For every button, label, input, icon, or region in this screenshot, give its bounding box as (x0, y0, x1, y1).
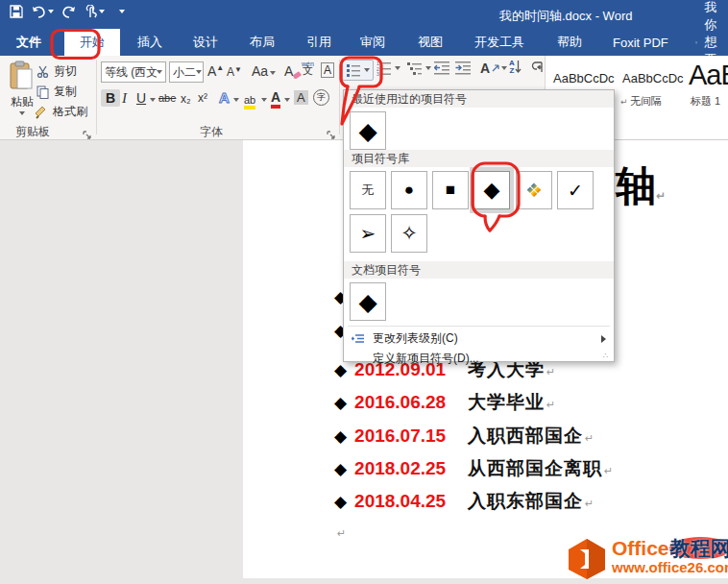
font-color-dropdown-icon[interactable] (284, 98, 290, 102)
document-bullet-tile[interactable]: ◆ (350, 282, 386, 321)
document-title: 我的时间轴.docx - Word (499, 8, 632, 25)
font-name-value: 等线 (西文正 (105, 64, 157, 81)
phonetic-guide-button[interactable]: wén文 (302, 61, 314, 75)
tab-insert[interactable]: 插入 (126, 29, 174, 56)
touch-mode-icon (85, 5, 97, 18)
bullet-tile-circle[interactable]: ● (391, 171, 427, 209)
tell-me-search[interactable]: 告诉我你想要做什么 (684, 29, 728, 56)
numbering-button[interactable]: 1 2 3 (376, 61, 400, 76)
style-heading1[interactable]: AaB (689, 60, 728, 91)
bullet-tile-color-diamond[interactable]: ❖ (516, 171, 552, 209)
touch-mode-button[interactable] (85, 5, 105, 18)
grow-font-button[interactable]: A▲ (207, 63, 224, 79)
tab-review[interactable]: 审阅 (349, 29, 397, 56)
bullet-tile-star[interactable]: ✧ (391, 214, 427, 253)
tab-foxit-pdf[interactable]: Foxit PDF (601, 29, 680, 56)
bullet-tile-arrowhead[interactable]: ➢ (350, 214, 386, 253)
bullet-tile-check[interactable]: ✓ (557, 171, 594, 209)
paste-button[interactable] (10, 61, 34, 94)
clipboard-dialog-launcher-icon[interactable] (83, 127, 92, 144)
cut-button[interactable]: 剪切 (36, 63, 77, 80)
bold-button[interactable]: B (101, 89, 120, 107)
paste-icon (10, 61, 34, 90)
document-bullets-header: 文档项目符号 (344, 261, 614, 279)
watermark-brand: Office教程网 (612, 538, 728, 559)
tab-design[interactable]: 设计 (182, 29, 230, 56)
underline-button[interactable]: U (136, 90, 146, 106)
tab-file[interactable]: 文件 (3, 29, 55, 56)
show-marks-button[interactable] (530, 61, 545, 79)
bullet-tile-diamond-selected[interactable]: ◆ (473, 171, 510, 209)
multilevel-list-button[interactable] (407, 61, 431, 76)
highlight-dropdown-icon[interactable] (261, 98, 267, 102)
redo-button[interactable] (62, 6, 76, 18)
highlight-button[interactable]: ab (244, 90, 255, 108)
increase-indent-icon (455, 61, 472, 75)
numbering-dropdown-icon[interactable] (395, 66, 400, 70)
touch-mode-dropdown-icon[interactable] (99, 10, 105, 13)
format-painter-button[interactable]: 格式刷 (35, 104, 87, 120)
italic-button[interactable]: I (122, 90, 127, 107)
row-date: 2016.06.28 (354, 392, 468, 413)
character-border-button[interactable]: A (321, 62, 334, 78)
change-list-level-icon (344, 333, 373, 344)
customize-qat-icon[interactable] (119, 10, 125, 13)
list-bullet: ◆ (334, 459, 347, 479)
timeline-row[interactable]: ◆ 2018.04.25 入职东部国企 ↵ (334, 489, 594, 514)
bullets-button[interactable] (342, 60, 374, 81)
save-icon[interactable] (10, 5, 23, 18)
strikethrough-button[interactable]: abe (158, 92, 176, 104)
style-no-spacing[interactable]: AaBbCcDc (622, 71, 684, 85)
timeline-row[interactable]: ◆ 2016.07.15 入职西部国企 ↵ (334, 424, 594, 449)
text-effects-button[interactable]: A (219, 89, 230, 106)
change-list-level-item[interactable]: 更改列表级别(C) (344, 328, 614, 349)
row-text: 入职东部国企 (468, 489, 583, 514)
recent-bullets-header: 最近使用过的项目符号 (344, 90, 614, 108)
tab-references[interactable]: 引用 (295, 29, 343, 56)
tab-view[interactable]: 视图 (406, 29, 454, 56)
paragraph-mark-icon (530, 61, 545, 75)
timeline-row[interactable]: ◆ 2018.02.25 从西部国企离职 ↵ (334, 456, 613, 481)
style-heading1-label: 标题 1 (691, 94, 720, 109)
asian-layout-button[interactable]: A (480, 61, 507, 76)
bullet-library-header: 项目符号库 (344, 150, 614, 167)
bullet-tile-none[interactable]: 无 (350, 171, 386, 209)
font-name-combo[interactable]: 等线 (西文正 (101, 61, 166, 83)
font-size-combo[interactable]: 小二 (169, 61, 204, 83)
tab-home[interactable]: 开始 (64, 29, 120, 56)
superscript-button[interactable]: x² (198, 91, 207, 105)
tab-help[interactable]: 帮助 (546, 29, 594, 56)
change-case-button[interactable]: Aa (252, 63, 276, 79)
decrease-indent-button[interactable] (434, 61, 450, 75)
font-color-button[interactable]: A (271, 89, 280, 109)
menu-resize-grip[interactable]: ∴ (603, 352, 609, 360)
tab-developer[interactable]: 开发工具 (463, 29, 536, 56)
text-effects-dropdown-icon[interactable] (233, 98, 239, 102)
copy-button[interactable]: 复制 (36, 84, 77, 100)
paste-label[interactable]: 粘贴 (8, 94, 36, 110)
undo-button[interactable] (32, 6, 54, 18)
undo-dropdown-icon[interactable] (48, 10, 54, 13)
bullet-library-menu: 最近使用过的项目符号 ◆ 项目符号库 无 ● ■ ◆ ❖ ✓ ➢ ✧ 文档项目符… (343, 89, 615, 362)
asian-layout-arrows-icon (492, 64, 499, 72)
bullets-dropdown-icon[interactable] (364, 68, 370, 72)
clear-formatting-button[interactable]: A (284, 63, 302, 79)
bullet-tile-square[interactable]: ■ (432, 171, 469, 209)
recent-bullet-tile[interactable]: ◆ (350, 111, 386, 150)
multilevel-dropdown-icon[interactable] (425, 66, 431, 70)
timeline-row[interactable]: ◆ 2016.06.28 大学毕业 ↵ (334, 390, 555, 415)
paste-dropdown-icon[interactable] (19, 111, 25, 115)
format-painter-label: 格式刷 (53, 104, 87, 120)
list-bullet: ◆ (334, 492, 347, 512)
tab-layout[interactable]: 布局 (238, 29, 286, 56)
shrink-font-button[interactable]: A▼ (227, 65, 242, 79)
subscript-button[interactable]: x₂ (181, 92, 191, 106)
sort-button[interactable]: AZ (509, 60, 522, 75)
style-normal[interactable]: AaBbCcDc (553, 71, 615, 85)
increase-indent-button[interactable] (455, 61, 472, 75)
enclose-characters-button[interactable]: 字 (313, 89, 329, 106)
define-new-bullet-item[interactable]: 定义新项目符号(D)... (344, 349, 614, 369)
character-shading-button[interactable]: A (294, 90, 308, 105)
underline-dropdown-icon[interactable] (150, 98, 156, 102)
paragraph-mark: ↵ (585, 498, 594, 510)
